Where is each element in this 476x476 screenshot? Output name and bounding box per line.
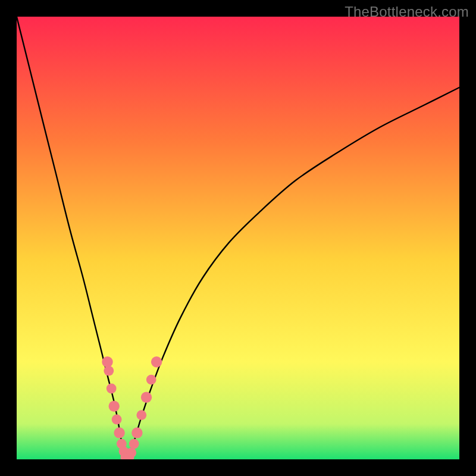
curve-marker: [131, 427, 142, 438]
gradient-background: [17, 17, 459, 459]
curve-marker: [129, 439, 139, 449]
curve-marker: [112, 415, 122, 425]
watermark-text: TheBottleneck.com: [345, 4, 469, 20]
curve-marker: [114, 427, 124, 438]
curve-marker: [107, 384, 117, 394]
curve-marker: [102, 356, 112, 367]
plot-frame: [17, 17, 459, 459]
curve-marker: [136, 410, 146, 420]
curve-marker: [126, 447, 136, 458]
curve-marker: [151, 356, 162, 367]
plot-svg: [17, 17, 459, 459]
curve-marker: [141, 392, 152, 403]
curve-marker: [146, 375, 156, 385]
curve-marker: [109, 401, 120, 412]
curve-marker: [104, 366, 114, 376]
